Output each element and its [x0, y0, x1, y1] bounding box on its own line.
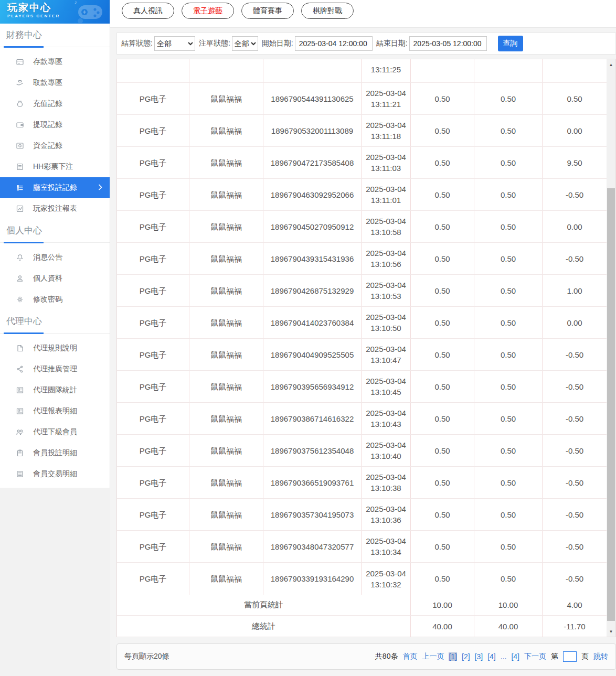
agent-nav-list: 代理規則說明 代理推廣管理 代理團隊統計 代理報表明細 代理下級會員 會員投註明… [0, 334, 110, 485]
settle-status-label: 結算狀態: [121, 39, 153, 48]
table-row: PG电子 鼠鼠福福 1896790450270950912 2025-03-04… [117, 211, 607, 243]
page-link-3[interactable]: [3] [475, 652, 483, 661]
settle-status-select[interactable]: 全部 [154, 36, 195, 51]
sidebar-item-agent-report-detail[interactable]: 代理報表明細 [0, 401, 110, 422]
table-row: PG电子 鼠鼠福福 1896790348047320577 2025-03-04… [117, 531, 607, 563]
end-date-input[interactable] [409, 36, 487, 51]
scrollbar-thumb[interactable] [607, 188, 615, 621]
deposit-icon [16, 58, 24, 66]
table-row: PG电子 鼠鼠福福 1896790463092952066 2025-03-04… [117, 179, 607, 211]
table-row: PG电子 鼠鼠福福 1896790339193164290 2025-03-04… [117, 563, 607, 595]
table-row: PG电子 鼠鼠福福 1896790532001113089 2025-03-04… [117, 115, 607, 147]
sidebar-section-agent: 代理中心 [0, 315, 110, 334]
table-body: PG电子 鼠鼠福福 1896790544391130625 2025-03-04… [117, 83, 607, 595]
sidebar-item-label: 充值記錄 [33, 99, 62, 109]
gamepad-icon [75, 1, 105, 23]
jump-suffix: 页 [581, 652, 589, 661]
scroll-up-icon[interactable]: ▲ [607, 60, 615, 69]
tab-sports[interactable]: 體育賽事 [241, 3, 294, 19]
sidebar-item-lottery-bets[interactable]: HH彩票下注 [0, 156, 110, 177]
last-page-number-link[interactable]: [4] [511, 652, 519, 661]
funds-icon [16, 142, 24, 150]
sidebar-item-funds-records[interactable]: 資金記錄 [0, 135, 110, 156]
sidebar-item-label: 代理規則說明 [33, 344, 77, 353]
next-page-link[interactable]: 下一页 [524, 652, 546, 661]
wallet-icon [16, 121, 24, 129]
sidebar-item-member-transaction-detail[interactable]: 會員交易明細 [0, 464, 110, 485]
total-summary-bet: 40.00 [411, 616, 474, 637]
table-row: PG电子 鼠鼠福福 1896790404909525505 2025-03-04… [117, 339, 607, 371]
finance-nav-list: 存款專區 取款專區 充值記錄 提現記錄 資金記錄 HH彩票下注 廳室投註記錄 [0, 47, 110, 219]
bet-status-select[interactable]: 全部 [232, 36, 258, 51]
page-summary-valid: 10.00 [474, 595, 543, 615]
sidebar-item-label: 會員交易明細 [33, 469, 77, 479]
sidebar-item-label: 修改密碼 [33, 295, 62, 304]
sidebar-item-label: 取款專區 [33, 78, 62, 88]
pager: 共80条 首页 上一页 [1] [2] [3] [4] ... [4] 下一页 … [375, 651, 608, 662]
bell-icon [16, 253, 24, 262]
page-link-1[interactable]: [1] [449, 652, 457, 661]
end-date-label: 結束日期: [376, 39, 408, 48]
query-button[interactable]: 查詢 [498, 36, 523, 51]
withdraw-icon [16, 79, 24, 87]
tab-board-games[interactable]: 棋牌對戰 [301, 3, 354, 19]
page-summary-row: 當前頁統計 10.00 10.00 4.00 [117, 595, 607, 616]
sidebar-item-agent-team-stats[interactable]: 代理團隊統計 [0, 380, 110, 401]
sidebar-item-agent-sub-members[interactable]: 代理下級會員 [0, 422, 110, 443]
sidebar-item-label: HH彩票下注 [33, 162, 73, 171]
jump-page-input[interactable] [563, 651, 577, 662]
sidebar-section-finance: 財務中心 [0, 29, 110, 47]
scroll-down-icon[interactable]: ▼ [607, 627, 615, 636]
start-date-input[interactable] [295, 36, 373, 51]
table-scrollbar[interactable]: ▲ ▼ [607, 59, 615, 637]
sidebar-item-deposit[interactable]: 存款專區 [0, 51, 110, 72]
total-summary-row: 總統計 40.00 40.00 -11.70 [117, 616, 607, 637]
table-row: PG电子 鼠鼠福福 1896790426875132929 2025-03-04… [117, 275, 607, 307]
sidebar-item-agent-promotion[interactable]: 代理推廣管理 [0, 359, 110, 380]
sidebar-item-room-bet-records[interactable]: 廳室投註記錄 [0, 177, 110, 198]
bets-table: 13:11:25 PG电子 鼠鼠福福 1896790544391130625 2… [116, 59, 616, 637]
sidebar-item-label: 代理團隊統計 [33, 385, 77, 395]
sidebar-item-change-password[interactable]: 修改密碼 [0, 289, 110, 310]
sidebar-item-label: 消息公告 [33, 253, 62, 262]
file-icon [16, 344, 24, 352]
sidebar-item-announcements[interactable]: 消息公告 [0, 247, 110, 268]
filter-bar: 結算狀態: 全部 注單狀態: 全部 開始日期: 結束日期: 查詢 [116, 33, 616, 55]
sidebar-item-label: 提現記錄 [33, 120, 62, 130]
total-count-text: 共80条 [375, 652, 398, 661]
page-link-4[interactable]: [4] [487, 652, 496, 661]
gear-icon [16, 295, 24, 304]
sidebar-item-label: 代理下級會員 [33, 427, 77, 437]
tab-electronic-games[interactable]: 電子遊藝 [182, 3, 234, 19]
sidebar-item-label: 個人資料 [33, 274, 62, 283]
jump-button[interactable]: 跳转 [593, 652, 608, 661]
page-link-2[interactable]: [2] [462, 652, 470, 661]
sidebar-item-withdrawal-records[interactable]: 提現記錄 [0, 114, 110, 135]
partial-row-time: 13:11:25 [362, 59, 411, 82]
sidebar-item-recharge-records[interactable]: 充值記錄 [0, 93, 110, 114]
sidebar-item-withdraw[interactable]: 取款專區 [0, 72, 110, 93]
sidebar-item-player-bet-report[interactable]: 玩家投注報表 [0, 198, 110, 219]
table-row: PG电子 鼠鼠福福 1896790386714616322 2025-03-04… [117, 403, 607, 435]
newspaper-icon [16, 407, 24, 415]
total-summary-winloss: -11.70 [543, 616, 607, 637]
chevron-right-icon [98, 184, 102, 192]
sidebar-item-agent-rules[interactable]: 代理規則說明 [0, 338, 110, 359]
category-tabs: 真人視訊 電子遊藝 體育賽事 棋牌對戰 [110, 0, 616, 28]
page-size-text: 每頁顯示20條 [124, 652, 169, 661]
first-page-link[interactable]: 首页 [402, 652, 417, 661]
table-row: PG电子 鼠鼠福福 1896790544391130625 2025-03-04… [117, 83, 607, 115]
sidebar-item-profile[interactable]: 個人資料 [0, 268, 110, 289]
sidebar-item-member-bet-detail[interactable]: 會員投註明細 [0, 443, 110, 464]
start-date-label: 開始日期: [262, 39, 293, 48]
prev-page-link[interactable]: 上一页 [422, 652, 444, 661]
list-icon [16, 184, 24, 192]
newspaper-icon [16, 386, 24, 394]
sidebar-item-label: 資金記錄 [33, 141, 62, 151]
tab-live-video[interactable]: 真人視訊 [122, 3, 174, 19]
table-row: PG电子 鼠鼠福福 1896790357304195073 2025-03-04… [117, 499, 607, 531]
person-icon [16, 274, 24, 283]
money-bag-icon [16, 100, 24, 108]
table-row: PG电子 鼠鼠福福 1896790439315431936 2025-03-04… [117, 243, 607, 275]
document-lines-icon [16, 470, 24, 478]
